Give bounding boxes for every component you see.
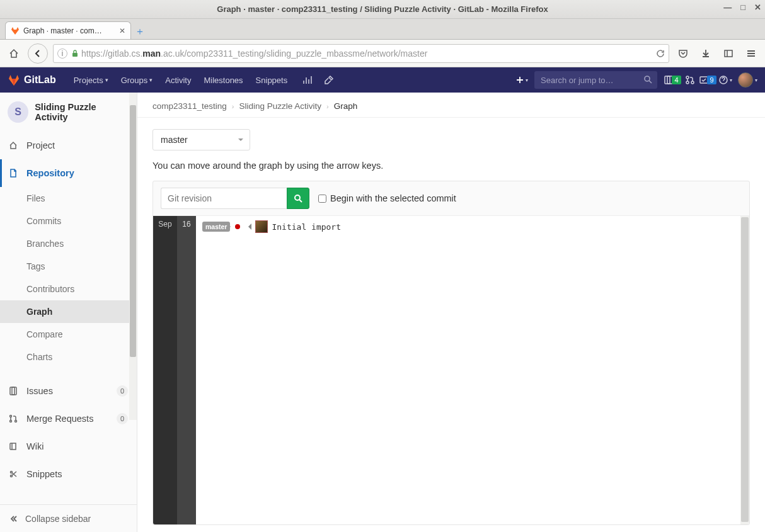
revision-search-button[interactable] [287, 188, 309, 209]
revision-input[interactable] [161, 188, 287, 209]
tab-close-icon[interactable]: ✕ [119, 26, 125, 35]
sidebar-sub-branches[interactable]: Branches [0, 232, 137, 255]
site-info-icon[interactable]: i [57, 48, 67, 59]
graph-scrollbar[interactable] [740, 216, 749, 524]
project-sidebar: S Sliding Puzzle Activity Project Reposi… [0, 93, 137, 532]
sidebar-sub-files[interactable]: Files [0, 187, 137, 210]
downloads-icon[interactable] [697, 45, 715, 62]
search-icon [643, 75, 652, 84]
arrow-icon [245, 224, 251, 230]
collapse-sidebar-button[interactable]: Collapse sidebar [0, 504, 137, 532]
hamburger-menu-icon[interactable] [742, 45, 760, 62]
svg-point-5 [686, 76, 689, 79]
sidebar-sub-graph[interactable]: Graph [0, 300, 137, 323]
nav-snippets[interactable]: Snippets [250, 67, 294, 93]
project-avatar: S [8, 101, 28, 123]
svg-point-12 [10, 416, 12, 417]
nav-milestones[interactable]: Milestones [197, 67, 249, 93]
gitlab-logo[interactable]: GitLab [8, 74, 56, 86]
breadcrumb: comp23311_testing › Sliding Puzzle Activ… [152, 101, 750, 111]
day-column: 16 [177, 216, 196, 524]
nav-mr-icon[interactable] [681, 71, 699, 89]
nav-groups[interactable]: Groups▾ [115, 67, 159, 93]
begin-selected-label[interactable]: Begin with the selected commit [318, 193, 456, 203]
commit-avatar[interactable] [255, 220, 268, 233]
svg-point-6 [686, 81, 689, 84]
sidebar-scrollbar[interactable] [129, 93, 137, 420]
breadcrumb-project[interactable]: Sliding Puzzle Activity [239, 101, 322, 111]
begin-selected-checkbox[interactable] [318, 195, 326, 203]
sidebar-sub-compare[interactable]: Compare [0, 323, 137, 346]
browser-navbar: i https://gitlab.cs.man.ac.uk/comp23311_… [0, 40, 765, 67]
gitlab-navbar: GitLab Projects▾ Groups▾ Activity Milest… [0, 67, 765, 93]
commit-graph-area[interactable]: master Initial import [196, 216, 740, 524]
nav-todos-icon[interactable]: 9 [699, 71, 716, 89]
nav-projects[interactable]: Projects▾ [67, 67, 115, 93]
nav-admin-icon[interactable] [320, 71, 338, 89]
sidebar-item-mrs[interactable]: Merge Requests 0 [0, 405, 137, 433]
sidebar-sub-commits[interactable]: Commits [0, 210, 137, 232]
lock-icon [71, 50, 79, 57]
new-tab-button[interactable]: ＋ [131, 24, 149, 39]
mr-icon [9, 414, 19, 423]
svg-point-13 [10, 421, 12, 422]
browser-tab-active[interactable]: Graph · master · com… ✕ [5, 21, 131, 39]
branch-tag[interactable]: master [202, 222, 230, 232]
sidebar-item-project[interactable]: Project [0, 132, 137, 159]
month-column: Sep [153, 216, 177, 524]
commit-row[interactable]: master Initial import [202, 220, 734, 234]
svg-rect-1 [725, 50, 732, 57]
scissors-icon [9, 470, 19, 478]
tab-title: Graph · master · com… [23, 26, 115, 35]
user-avatar[interactable] [738, 72, 753, 88]
breadcrumb-group[interactable]: comp23311_testing [152, 101, 227, 111]
main-content: comp23311_testing › Sliding Puzzle Activ… [137, 93, 765, 532]
doc-icon [9, 169, 19, 178]
sidebar-toggle-icon[interactable] [720, 45, 737, 62]
pocket-icon[interactable] [674, 45, 692, 62]
home-button[interactable] [5, 45, 23, 62]
close-icon[interactable]: ✕ [754, 3, 761, 12]
minimize-icon[interactable]: — [723, 3, 732, 12]
book-icon [9, 442, 19, 451]
svg-rect-0 [72, 53, 78, 57]
svg-point-2 [645, 76, 650, 81]
hint-text: You can move around the graph by using t… [152, 161, 750, 171]
sidebar-item-snippets[interactable]: Snippets [0, 460, 137, 488]
gitlab-favicon-icon [11, 26, 20, 35]
sidebar-sub-charts[interactable]: Charts [0, 346, 137, 368]
nav-plus-button[interactable]: ▾ [513, 71, 531, 89]
project-name: Sliding Puzzle Activity [35, 102, 129, 122]
nav-issues-icon[interactable]: 4 [664, 71, 681, 89]
nav-help-icon[interactable]: ▾ [716, 71, 734, 89]
back-button[interactable] [28, 43, 48, 64]
graph-panel: Begin with the selected commit Sep 16 ma… [152, 181, 750, 525]
reload-icon[interactable] [656, 49, 665, 58]
collapse-icon [9, 514, 18, 523]
sidebar-sub-tags[interactable]: Tags [0, 255, 137, 278]
sidebar-item-repository[interactable]: Repository [0, 159, 137, 187]
sidebar-project-header[interactable]: S Sliding Puzzle Activity [0, 93, 137, 132]
branch-dropdown[interactable]: master [152, 129, 250, 150]
window-title: Graph · master · comp23311_testing / Sli… [217, 4, 548, 14]
svg-point-17 [295, 195, 300, 200]
todos-badge: 9 [707, 76, 716, 84]
commit-message[interactable]: Initial import [272, 222, 341, 232]
nav-search[interactable] [534, 71, 657, 89]
svg-point-7 [691, 81, 694, 84]
svg-point-14 [15, 421, 17, 422]
issues-badge: 4 [672, 76, 681, 84]
url-bar[interactable]: i https://gitlab.cs.man.ac.uk/comp23311_… [53, 44, 669, 63]
browser-tabstrip: Graph · master · com… ✕ ＋ [0, 19, 765, 40]
sidebar-item-wiki[interactable]: Wiki [0, 433, 137, 460]
breadcrumb-current: Graph [334, 101, 358, 111]
sidebar-sub-contributors[interactable]: Contributors [0, 278, 137, 300]
maximize-icon[interactable]: □ [740, 3, 745, 12]
search-input[interactable] [534, 71, 657, 89]
url-text: https://gitlab.cs.man.ac.uk/comp23311_te… [81, 48, 427, 59]
nav-activity[interactable]: Activity [159, 67, 197, 93]
nav-analytics-icon[interactable] [299, 71, 316, 89]
os-titlebar: Graph · master · comp23311_testing / Sli… [0, 0, 765, 19]
sidebar-item-issues[interactable]: Issues 0 [0, 377, 137, 405]
commit-dot-icon[interactable] [235, 224, 240, 229]
